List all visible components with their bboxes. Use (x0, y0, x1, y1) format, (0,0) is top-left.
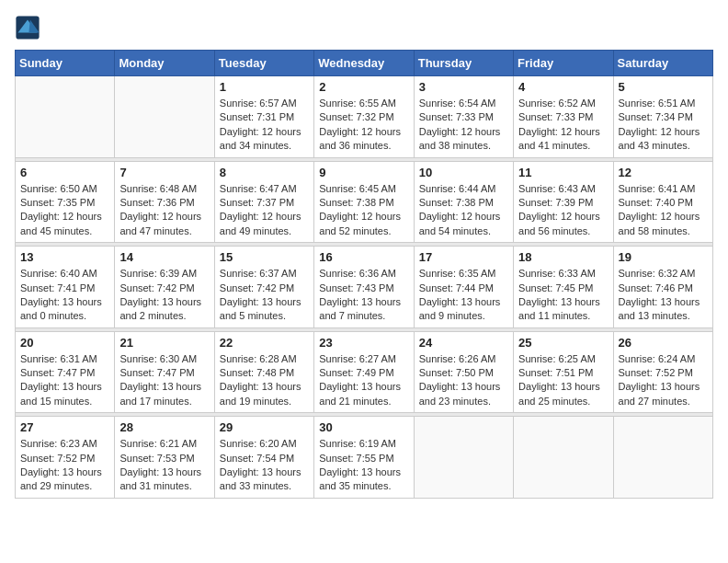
day-detail: Sunrise: 6:41 AMSunset: 7:40 PMDaylight:… (619, 182, 708, 239)
day-detail: Sunrise: 6:40 AMSunset: 7:41 PMDaylight:… (20, 267, 109, 324)
calendar-header-row: SundayMondayTuesdayWednesdayThursdayFrid… (16, 51, 713, 76)
calendar-cell: 3Sunrise: 6:54 AMSunset: 7:33 PMDaylight… (414, 76, 513, 158)
day-number: 19 (619, 250, 708, 264)
week-row-3: 13Sunrise: 6:40 AMSunset: 7:41 PMDayligh… (16, 247, 713, 328)
logo-icon (15, 15, 40, 40)
day-number: 17 (419, 250, 508, 264)
calendar-cell: 7Sunrise: 6:48 AMSunset: 7:36 PMDaylight… (115, 161, 214, 243)
day-detail: Sunrise: 6:51 AMSunset: 7:34 PMDaylight:… (619, 97, 708, 154)
day-number: 24 (419, 336, 508, 350)
calendar-cell: 30Sunrise: 6:19 AMSunset: 7:55 PMDayligh… (314, 417, 414, 499)
day-detail: Sunrise: 6:47 AMSunset: 7:37 PMDaylight:… (220, 182, 309, 239)
day-detail: Sunrise: 6:35 AMSunset: 7:44 PMDaylight:… (419, 267, 508, 324)
day-number: 11 (518, 166, 608, 179)
calendar-cell: 16Sunrise: 6:36 AMSunset: 7:43 PMDayligh… (314, 247, 414, 328)
calendar-cell: 8Sunrise: 6:47 AMSunset: 7:37 PMDaylight… (214, 161, 313, 243)
logo (15, 15, 44, 40)
calendar-cell: 14Sunrise: 6:39 AMSunset: 7:42 PMDayligh… (115, 247, 214, 328)
calendar-cell: 21Sunrise: 6:30 AMSunset: 7:47 PMDayligh… (115, 331, 214, 413)
day-number: 29 (220, 420, 309, 434)
col-header-friday: Friday (514, 51, 613, 76)
day-number: 16 (319, 250, 408, 264)
calendar-cell: 4Sunrise: 6:52 AMSunset: 7:33 PMDaylight… (514, 76, 613, 158)
day-number: 26 (619, 336, 708, 350)
day-detail: Sunrise: 6:52 AMSunset: 7:33 PMDaylight:… (518, 97, 608, 154)
col-header-saturday: Saturday (613, 51, 712, 76)
day-detail: Sunrise: 6:48 AMSunset: 7:36 PMDaylight:… (119, 182, 209, 239)
col-header-sunday: Sunday (16, 51, 115, 76)
day-detail: Sunrise: 6:50 AMSunset: 7:35 PMDaylight:… (20, 182, 109, 239)
day-number: 12 (619, 166, 708, 179)
day-number: 30 (319, 420, 408, 434)
col-header-monday: Monday (115, 51, 214, 76)
calendar-cell: 20Sunrise: 6:31 AMSunset: 7:47 PMDayligh… (16, 331, 115, 413)
day-number: 18 (518, 250, 608, 264)
calendar-cell: 29Sunrise: 6:20 AMSunset: 7:54 PMDayligh… (214, 417, 313, 499)
day-detail: Sunrise: 6:27 AMSunset: 7:49 PMDaylight:… (319, 352, 408, 409)
calendar-cell: 18Sunrise: 6:33 AMSunset: 7:45 PMDayligh… (514, 247, 613, 328)
calendar-cell (613, 417, 712, 499)
col-header-tuesday: Tuesday (214, 51, 313, 76)
calendar-cell (414, 417, 513, 499)
calendar-cell: 22Sunrise: 6:28 AMSunset: 7:48 PMDayligh… (214, 331, 313, 413)
calendar-cell: 5Sunrise: 6:51 AMSunset: 7:34 PMDaylight… (613, 76, 712, 158)
day-number: 8 (220, 166, 309, 179)
day-detail: Sunrise: 6:19 AMSunset: 7:55 PMDaylight:… (319, 437, 408, 494)
calendar-cell: 25Sunrise: 6:25 AMSunset: 7:51 PMDayligh… (514, 331, 613, 413)
day-detail: Sunrise: 6:32 AMSunset: 7:46 PMDaylight:… (619, 267, 708, 324)
day-number: 7 (119, 166, 209, 179)
week-row-5: 27Sunrise: 6:23 AMSunset: 7:52 PMDayligh… (16, 417, 713, 499)
week-row-2: 6Sunrise: 6:50 AMSunset: 7:35 PMDaylight… (16, 161, 713, 243)
col-header-thursday: Thursday (414, 51, 513, 76)
day-number: 1 (220, 80, 309, 94)
day-detail: Sunrise: 6:31 AMSunset: 7:47 PMDaylight:… (20, 352, 109, 409)
calendar-cell: 11Sunrise: 6:43 AMSunset: 7:39 PMDayligh… (514, 161, 613, 243)
calendar-cell: 27Sunrise: 6:23 AMSunset: 7:52 PMDayligh… (16, 417, 115, 499)
day-number: 14 (119, 250, 209, 264)
week-row-4: 20Sunrise: 6:31 AMSunset: 7:47 PMDayligh… (16, 331, 713, 413)
day-number: 15 (220, 250, 309, 264)
calendar-cell: 28Sunrise: 6:21 AMSunset: 7:53 PMDayligh… (115, 417, 214, 499)
calendar-cell: 13Sunrise: 6:40 AMSunset: 7:41 PMDayligh… (16, 247, 115, 328)
calendar-cell (16, 76, 115, 158)
day-detail: Sunrise: 6:39 AMSunset: 7:42 PMDaylight:… (119, 267, 209, 324)
calendar-cell (514, 417, 613, 499)
day-detail: Sunrise: 6:20 AMSunset: 7:54 PMDaylight:… (220, 437, 309, 494)
calendar-cell: 17Sunrise: 6:35 AMSunset: 7:44 PMDayligh… (414, 247, 513, 328)
calendar-cell: 19Sunrise: 6:32 AMSunset: 7:46 PMDayligh… (613, 247, 712, 328)
day-number: 21 (119, 336, 209, 350)
day-detail: Sunrise: 6:30 AMSunset: 7:47 PMDaylight:… (119, 352, 209, 409)
day-detail: Sunrise: 6:21 AMSunset: 7:53 PMDaylight:… (119, 437, 209, 494)
calendar-cell: 9Sunrise: 6:45 AMSunset: 7:38 PMDaylight… (314, 161, 414, 243)
calendar-cell: 23Sunrise: 6:27 AMSunset: 7:49 PMDayligh… (314, 331, 414, 413)
day-detail: Sunrise: 6:28 AMSunset: 7:48 PMDaylight:… (220, 352, 309, 409)
day-detail: Sunrise: 6:33 AMSunset: 7:45 PMDaylight:… (518, 267, 608, 324)
day-detail: Sunrise: 6:36 AMSunset: 7:43 PMDaylight:… (319, 267, 408, 324)
calendar-table: SundayMondayTuesdayWednesdayThursdayFrid… (15, 50, 713, 499)
page-header (15, 15, 713, 40)
day-detail: Sunrise: 6:23 AMSunset: 7:52 PMDaylight:… (20, 437, 109, 494)
day-detail: Sunrise: 6:26 AMSunset: 7:50 PMDaylight:… (419, 352, 508, 409)
calendar-cell: 10Sunrise: 6:44 AMSunset: 7:38 PMDayligh… (414, 161, 513, 243)
day-number: 10 (419, 166, 508, 179)
calendar-cell (115, 76, 214, 158)
day-number: 27 (20, 420, 109, 434)
day-detail: Sunrise: 6:54 AMSunset: 7:33 PMDaylight:… (419, 97, 508, 154)
calendar-cell: 1Sunrise: 6:57 AMSunset: 7:31 PMDaylight… (214, 76, 313, 158)
day-detail: Sunrise: 6:43 AMSunset: 7:39 PMDaylight:… (518, 182, 608, 239)
calendar-cell: 12Sunrise: 6:41 AMSunset: 7:40 PMDayligh… (613, 161, 712, 243)
day-number: 28 (119, 420, 209, 434)
day-number: 9 (319, 166, 408, 179)
week-row-1: 1Sunrise: 6:57 AMSunset: 7:31 PMDaylight… (16, 76, 713, 158)
day-detail: Sunrise: 6:37 AMSunset: 7:42 PMDaylight:… (220, 267, 309, 324)
calendar-cell: 2Sunrise: 6:55 AMSunset: 7:32 PMDaylight… (314, 76, 414, 158)
day-number: 6 (20, 166, 109, 179)
day-detail: Sunrise: 6:25 AMSunset: 7:51 PMDaylight:… (518, 352, 608, 409)
calendar-cell: 6Sunrise: 6:50 AMSunset: 7:35 PMDaylight… (16, 161, 115, 243)
day-detail: Sunrise: 6:55 AMSunset: 7:32 PMDaylight:… (319, 97, 408, 154)
day-number: 23 (319, 336, 408, 350)
day-detail: Sunrise: 6:24 AMSunset: 7:52 PMDaylight:… (619, 352, 708, 409)
day-number: 5 (619, 80, 708, 94)
col-header-wednesday: Wednesday (314, 51, 414, 76)
calendar-cell: 26Sunrise: 6:24 AMSunset: 7:52 PMDayligh… (613, 331, 712, 413)
